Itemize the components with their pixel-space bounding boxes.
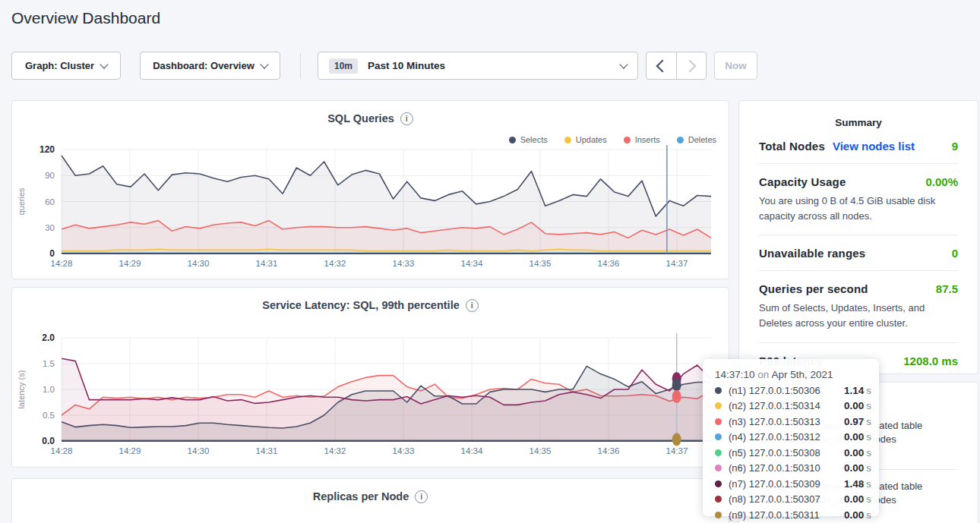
- tooltip-node-value: 0.00: [844, 447, 864, 458]
- svg-text:2.0: 2.0: [42, 332, 55, 343]
- tooltip-node-value: 0.00: [844, 431, 864, 443]
- chevron-down-icon: [260, 60, 268, 68]
- tooltip-row: (n9) 127.0.0.1:503110.00s: [715, 509, 867, 521]
- tooltip-node-unit: s: [866, 416, 871, 427]
- node-color-dot-icon: [715, 433, 722, 440]
- time-range-dropdown[interactable]: 10m Past 10 Minutes: [318, 52, 638, 80]
- dashboard-selector-label: Dashboard: Overview: [153, 60, 254, 71]
- tooltip-node-unit: s: [866, 431, 871, 443]
- tooltip-row: (n3) 127.0.0.1:503130.97s: [715, 416, 867, 427]
- tooltip-timestamp: 14:37:10 on Apr 5th, 2021: [715, 369, 867, 380]
- time-window-label: Past 10 Minutes: [368, 60, 445, 71]
- tooltip-node-unit: s: [866, 447, 871, 458]
- svg-text:90: 90: [45, 171, 55, 180]
- chevron-right-icon: [683, 59, 696, 72]
- replicas-per-node-title-text: Replicas per Node: [313, 490, 409, 503]
- tooltip-node-value: 0.97: [844, 416, 864, 427]
- time-prev-button[interactable]: [646, 52, 677, 79]
- tooltip-node-label: (n7) 127.0.0.1:50309: [729, 478, 839, 490]
- svg-text:14:29: 14:29: [119, 446, 141, 455]
- svg-text:60: 60: [45, 197, 55, 206]
- tooltip-node-label: (n1) 127.0.0.1:50306: [729, 385, 839, 396]
- tooltip-node-label: (n8) 127.0.0.1:50307: [729, 493, 839, 505]
- svg-text:14:37: 14:37: [666, 259, 688, 268]
- svg-text:14:32: 14:32: [324, 446, 346, 455]
- tooltip-row: (n2) 127.0.0.1:503140.00s: [715, 400, 867, 411]
- now-button-label: Now: [725, 60, 747, 71]
- tooltip-node-value: 0.00: [844, 493, 864, 505]
- svg-text:14:30: 14:30: [188, 446, 210, 455]
- replicas-per-node-card: Replicas per Nodei: [11, 478, 729, 523]
- svg-text:0: 0: [49, 248, 55, 259]
- summary-row-capacity-usage: Capacity Usage 0.00% You are using 0 B o…: [759, 164, 958, 235]
- svg-text:queries: queries: [17, 187, 26, 216]
- tooltip-node-unit: s: [866, 493, 871, 505]
- now-button[interactable]: Now: [714, 52, 757, 80]
- queries-per-second-label: Queries per second: [759, 282, 868, 295]
- tooltip-row: (n7) 127.0.0.1:503091.48s: [715, 478, 867, 490]
- page-title: Overview Dashboard: [11, 9, 160, 27]
- summary-panel: Summary Total Nodes View nodes list 9 Ca…: [738, 100, 978, 374]
- queries-per-second-value: 87.5: [936, 282, 958, 295]
- capacity-usage-value: 0.00%: [925, 175, 958, 188]
- view-nodes-list-link[interactable]: View nodes list: [833, 140, 915, 153]
- total-nodes-value: 9: [952, 140, 958, 153]
- sql-queries-chart[interactable]: 14:2814:2914:3014:3114:3214:3314:3414:35…: [12, 101, 730, 280]
- node-color-dot-icon: [715, 449, 722, 456]
- tooltip-node-value: 1.14: [844, 385, 864, 396]
- chevron-left-icon: [656, 59, 669, 72]
- graph-selector-label: Graph: Cluster: [25, 60, 94, 71]
- svg-text:14:28: 14:28: [51, 259, 73, 268]
- tooltip-node-value: 0.00: [844, 400, 864, 411]
- tooltip-time: 14:37:10: [715, 369, 755, 380]
- time-next-button[interactable]: [677, 52, 707, 79]
- svg-text:14:35: 14:35: [530, 259, 552, 268]
- tooltip-on: on: [757, 369, 769, 380]
- summary-row-total-nodes: Total Nodes View nodes list 9: [759, 128, 958, 164]
- unavailable-ranges-label: Unavailable ranges: [759, 247, 865, 260]
- tooltip-row: (n6) 127.0.0.1:503100.00s: [715, 462, 867, 474]
- tooltip-node-value: 0.00: [844, 462, 864, 474]
- tooltip-node-unit: s: [866, 509, 871, 521]
- tooltip-date: Apr 5th, 2021: [771, 369, 833, 380]
- svg-text:14:34: 14:34: [461, 446, 483, 455]
- tooltip-node-label: (n9) 127.0.0.1:50311: [729, 509, 839, 521]
- svg-text:14:28: 14:28: [51, 446, 73, 455]
- tooltip-node-value: 0.00: [844, 509, 864, 521]
- total-nodes-label: Total Nodes: [759, 140, 825, 153]
- tooltip-row: (n4) 127.0.0.1:503120.00s: [715, 431, 867, 443]
- summary-row-unavailable-ranges: Unavailable ranges 0: [759, 235, 958, 271]
- node-color-dot-icon: [715, 512, 722, 518]
- service-latency-chart[interactable]: 14:2814:2914:3014:3114:3214:3314:3414:35…: [12, 288, 730, 468]
- tooltip-row: (n1) 127.0.0.1:503061.14s: [715, 385, 867, 396]
- queries-per-second-description: Sum of Selects, Updates, Inserts, and De…: [759, 301, 958, 331]
- svg-text:14:34: 14:34: [461, 259, 483, 268]
- svg-text:14:33: 14:33: [393, 446, 415, 455]
- capacity-usage-label: Capacity Usage: [759, 175, 846, 188]
- svg-text:14:37: 14:37: [666, 446, 688, 455]
- time-window-badge: 10m: [329, 58, 358, 74]
- svg-text:1.5: 1.5: [43, 359, 55, 368]
- sql-queries-card: SQL Queriesi SelectsUpdatesInsertsDelete…: [11, 100, 729, 279]
- svg-text:30: 30: [45, 223, 55, 232]
- info-icon[interactable]: i: [415, 490, 428, 503]
- tooltip-node-unit: s: [866, 385, 871, 396]
- tooltip-node-rows: (n1) 127.0.0.1:503061.14s(n2) 127.0.0.1:…: [715, 385, 867, 521]
- node-color-dot-icon: [715, 465, 722, 471]
- tooltip-node-label: (n2) 127.0.0.1:50314: [729, 400, 839, 411]
- tooltip-node-label: (n4) 127.0.0.1:50312: [729, 431, 839, 443]
- graph-selector-dropdown[interactable]: Graph: Cluster: [11, 52, 121, 80]
- summary-row-queries-per-second: Queries per second 87.5 Sum of Selects, …: [759, 271, 958, 342]
- node-color-dot-icon: [715, 480, 722, 487]
- chevron-down-icon: [619, 60, 628, 68]
- svg-text:0.5: 0.5: [43, 411, 55, 420]
- svg-text:120: 120: [40, 144, 55, 155]
- svg-text:1.0: 1.0: [43, 385, 55, 394]
- dashboard-selector-dropdown[interactable]: Dashboard: Overview: [140, 52, 280, 80]
- svg-text:14:36: 14:36: [598, 259, 620, 268]
- tooltip-node-value: 1.48: [844, 478, 864, 490]
- svg-text:14:31: 14:31: [256, 446, 278, 455]
- svg-text:14:29: 14:29: [119, 259, 141, 268]
- p99-latency-value: 1208.0 ms: [903, 354, 958, 367]
- tooltip-node-label: (n3) 127.0.0.1:50313: [729, 416, 839, 427]
